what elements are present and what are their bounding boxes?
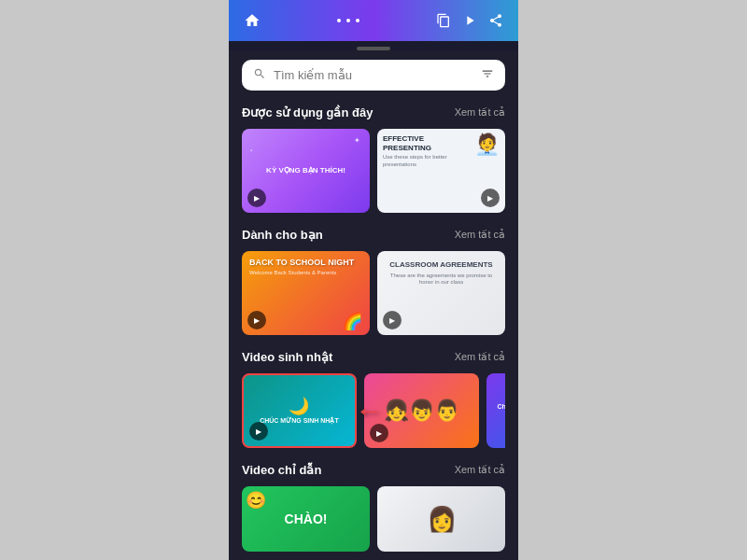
card-classroom[interactable]: CLASSROOM AGREEMENTS These are the agree…: [377, 251, 505, 335]
chao-1-text: CHÀO!: [285, 511, 328, 526]
section-title-birthday: Video sinh nhật: [242, 350, 332, 364]
section-guide: Video chỉ dẫn Xem tất cả CHÀO! 😊 👩: [242, 463, 505, 552]
see-all-recently[interactable]: Xem tất cả: [455, 106, 505, 119]
bts-subtitle: Welcome Back Students & Parents: [249, 270, 362, 275]
section-header-guide: Video chỉ dẫn Xem tất cả: [242, 463, 505, 477]
play-btn-birthday-2[interactable]: ▶: [370, 424, 388, 442]
see-all-birthday[interactable]: Xem tất cả: [455, 351, 505, 363]
play-btn-2[interactable]: ▶: [481, 189, 500, 207]
star-deco-3: ✦: [249, 147, 253, 153]
search-input[interactable]: [274, 68, 473, 82]
phone-frame: Được sử dụng gần đây Xem tất cả KỲ VỌNG …: [229, 0, 518, 560]
classroom-subtitle: These are the agreements we promise to h…: [383, 273, 500, 287]
play-btn-bts[interactable]: ▶: [247, 311, 266, 329]
recently-used-cards: KỲ VỌNG BẠN THÍCH! ✦ ✦ ✦ ▶ EFFECTIVE PRE…: [242, 129, 505, 213]
section-title-guide: Video chỉ dẫn: [242, 463, 321, 477]
section-title-for-you: Dành cho bạn: [242, 228, 323, 242]
face-icon-1: 😊: [246, 490, 266, 511]
share-icon[interactable]: [488, 13, 503, 28]
classroom-title: CLASSROOM AGREEMENTS: [383, 260, 500, 270]
bts-title: BACK TO SCHOOL NIGHT: [249, 259, 362, 268]
card-birthday-1[interactable]: 🌙 CHÚC MỪNG SINH NHẬT ▶: [242, 373, 357, 448]
chuc-mung-3-text: Chúc Mừng Nhật Cậu!: [490, 402, 505, 419]
section-recently-used: Được sử dụng gần đây Xem tất cả KỲ VỌNG …: [242, 105, 505, 213]
section-title-recently: Được sử dụng gần đây: [242, 105, 373, 119]
content-area: Được sử dụng gần đây Xem tất cả KỲ VỌNG …: [229, 50, 518, 560]
birthday-cards: 🌙 CHÚC MỪNG SINH NHẬT ▶ ← 👧👦👨 ▶ Chúc Mừn…: [242, 373, 505, 448]
person-guide-icon: 👩: [377, 486, 505, 552]
section-header-recently: Được sử dụng gần đây Xem tất cả: [242, 105, 505, 119]
section-header-birthday: Video sinh nhật Xem tất cả: [242, 350, 505, 364]
see-all-for-you[interactable]: Xem tất cả: [455, 229, 505, 241]
search-bar[interactable]: [242, 60, 505, 91]
home-icon[interactable]: [244, 12, 261, 29]
card-guide-1[interactable]: CHÀO! 😊: [242, 486, 370, 552]
more-icon[interactable]: [336, 19, 360, 22]
guide-cards: CHÀO! 😊 👩 CHÀO! Tên 1: [242, 486, 505, 552]
filter-icon[interactable]: [481, 67, 494, 83]
person-icon: 🧑‍💼: [474, 134, 500, 155]
play-btn-birthday-1[interactable]: ▶: [249, 422, 268, 441]
card-recently-2[interactable]: EFFECTIVE PRESENTING Use these steps for…: [377, 129, 505, 213]
card-birthday-3[interactable]: Chúc Mừng Nhật Cậu!: [486, 373, 505, 448]
search-icon: [253, 67, 266, 83]
section-for-you: Dành cho bạn Xem tất cả BACK TO SCHOOL N…: [242, 228, 505, 335]
top-bar: [229, 0, 518, 41]
see-all-guide[interactable]: Xem tất cả: [455, 464, 505, 476]
copy-icon[interactable]: [436, 13, 451, 28]
effective-title: EFFECTIVE PRESENTING: [383, 134, 471, 152]
effective-subtitle: Use these steps for better presentations: [383, 154, 471, 169]
section-birthday: Video sinh nhật Xem tất cả 🌙 CHÚC MỪNG S…: [242, 350, 505, 448]
school-deco: 🌈: [342, 311, 362, 331]
for-you-cards: BACK TO SCHOOL NIGHT Welcome Back Studen…: [242, 251, 505, 335]
chuc-mung-text: CHÚC MỪNG SINH NHẬT: [256, 416, 343, 425]
card-guide-2[interactable]: 👩: [377, 486, 505, 552]
play-btn-classroom[interactable]: ▶: [383, 311, 402, 329]
play-btn-1[interactable]: ▶: [247, 189, 266, 207]
play-icon[interactable]: [462, 13, 477, 28]
card-recently-1[interactable]: KỲ VỌNG BẠN THÍCH! ✦ ✦ ✦ ▶: [242, 129, 370, 213]
star-deco-1: ✦: [354, 136, 360, 145]
card-bts[interactable]: BACK TO SCHOOL NIGHT Welcome Back Studen…: [242, 251, 370, 335]
section-header-for-you: Dành cho bạn Xem tất cả: [242, 228, 505, 242]
birthday-emoji: 🌙: [289, 396, 309, 416]
red-arrow-icon: ←: [355, 395, 383, 427]
card-recently-1-text: KỲ VỌNG BẠN THÍCH!: [261, 166, 351, 175]
